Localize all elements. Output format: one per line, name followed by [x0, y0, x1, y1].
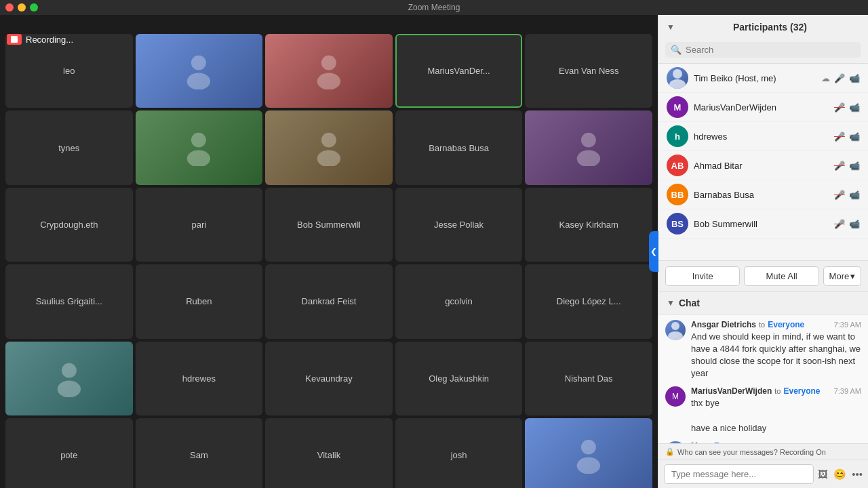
video-icon: 📹: [849, 102, 860, 113]
grid-cell-person4[interactable]: [265, 110, 393, 184]
grid-cell-person2[interactable]: [265, 34, 393, 108]
grid-cell-tynes[interactable]: tynes: [5, 110, 133, 184]
mute-all-button[interactable]: Mute All: [744, 266, 818, 286]
grid-cell-gcolvin[interactable]: gcolvin: [395, 264, 523, 338]
participant-item[interactable]: BSBob Summerwill🎤📹: [658, 209, 868, 239]
participants-list: Tim Beiko (Host, me)☁🎤📹MMariusVanDerWijd…: [658, 64, 868, 260]
svg-point-6: [187, 150, 210, 166]
grid-cell-pote[interactable]: pote: [5, 418, 133, 488]
grid-cell-person3[interactable]: [136, 110, 263, 184]
cell-label-pote: pote: [60, 450, 77, 460]
chat-message-group: Ansgar Dietrichs to Everyone7:39 AMAnd w…: [665, 320, 861, 380]
participant-item[interactable]: Tim Beiko (Host, me)☁🎤📹: [658, 64, 868, 93]
emoji-icon[interactable]: 😊: [833, 468, 846, 481]
grid-cell-dankrad[interactable]: Dankrad Feist: [265, 264, 393, 338]
grid-cell-barnabas[interactable]: Barnabas Busa: [395, 110, 523, 184]
titlebar: Zoom Meeting: [0, 0, 868, 15]
cell-label-leo: leo: [63, 66, 75, 76]
message-sender: MariusVanDerWijden: [691, 386, 772, 396]
grid-cell-bobsummer[interactable]: Bob Summerwill: [265, 188, 393, 262]
mic-icon: 🎤: [834, 131, 845, 142]
grid-cell-jesse[interactable]: Jesse Pollak: [395, 188, 523, 262]
cell-label-sam: Sam: [190, 450, 208, 460]
participant-name: Tim Beiko (Host, me): [694, 73, 816, 83]
mic-icon: 🎤: [834, 219, 845, 229]
video-icon: 📹: [849, 73, 860, 83]
window-title: Zoom Meeting: [408, 3, 460, 12]
more-button[interactable]: More ▾: [823, 266, 861, 286]
participants-title: Participants (32): [680, 22, 860, 33]
grid-cell-vitalik[interactable]: Vitalik: [265, 418, 393, 488]
grid-cell-crypdough[interactable]: Crypdough.eth: [5, 188, 133, 262]
grid-cell-evan[interactable]: Evan Van Ness: [525, 34, 652, 108]
message-time: 7:39 AM: [834, 321, 861, 329]
grid-cell-diegol[interactable]: Diego López L...: [525, 264, 652, 338]
grid-cell-sam[interactable]: Sam: [136, 418, 263, 488]
svg-point-5: [191, 132, 206, 147]
chat-title: Chat: [679, 298, 700, 308]
more-chevron-icon: ▾: [850, 271, 855, 281]
participant-item[interactable]: MMariusVanDerWijden🎤📹: [658, 93, 868, 122]
cell-label-tynes: tynes: [58, 143, 79, 153]
svg-point-3: [321, 56, 336, 70]
grid-cell-hdrewes-vid[interactable]: [5, 342, 133, 415]
grid-cell-oleg[interactable]: Oleg Jakushkin: [395, 342, 523, 415]
search-bar[interactable]: 🔍: [665, 42, 861, 58]
maximize-button[interactable]: [30, 3, 38, 12]
participant-item[interactable]: ABAhmad Bitar🎤📹: [658, 151, 868, 180]
grid-cell-pari[interactable]: pari: [136, 188, 263, 262]
message-content: Ansgar Dietrichs to Everyone7:39 AMAnd w…: [691, 320, 861, 380]
invite-button[interactable]: Invite: [665, 266, 740, 286]
svg-point-15: [673, 69, 682, 79]
lock-icon: 🔒: [665, 447, 675, 456]
svg-point-17: [671, 322, 679, 330]
grid-cell-mariusvander[interactable]: MariusVanDer...: [395, 34, 523, 108]
participant-icons: 🎤📹: [834, 161, 860, 171]
chat-input[interactable]: [664, 464, 814, 484]
grid-cell-leo[interactable]: leo: [5, 34, 133, 108]
grid-cell-saulius[interactable]: Saulius Grigaiti...: [5, 264, 133, 338]
cell-label-jesse: Jesse Pollak: [434, 220, 484, 230]
mic-icon: 🎤: [834, 161, 845, 171]
participants-collapse-icon[interactable]: ▼: [667, 22, 675, 32]
participant-icons: 🎤📹: [834, 102, 860, 113]
grid-cell-kevaundray[interactable]: Kevaundray: [265, 342, 393, 415]
chat-input-icons: 🖼 😊 •••: [818, 468, 863, 481]
more-icon[interactable]: •••: [852, 468, 863, 481]
video-icon: 📹: [849, 190, 860, 200]
message-content: MariusVanDerWijden to Everyone7:39 AMthx…: [691, 386, 861, 434]
grid-cell-josh[interactable]: josh: [395, 418, 523, 488]
cell-label-saulius: Saulius Grigaiti...: [36, 296, 102, 306]
participant-name: MariusVanDerWijden: [694, 102, 829, 113]
message-to-target: Everyone: [768, 320, 804, 329]
grid-cell-person1[interactable]: [136, 34, 263, 108]
participant-item[interactable]: hhdrewes🎤📹: [658, 122, 868, 151]
cell-label-bobsummer: Bob Summerwill: [297, 220, 361, 230]
chat-collapse-icon[interactable]: ▼: [667, 298, 675, 308]
minimize-button[interactable]: [18, 3, 26, 12]
image-icon[interactable]: 🖼: [818, 468, 828, 481]
chat-message-group: MMariusVanDerWijden to Everyone7:39 AMth…: [665, 386, 861, 434]
svg-rect-0: [11, 36, 18, 43]
svg-point-16: [669, 79, 686, 89]
grid-cell-hdrewes[interactable]: hdrewes: [136, 342, 263, 415]
search-input[interactable]: [686, 45, 856, 55]
sidebar-toggle[interactable]: ❮: [649, 231, 658, 272]
svg-point-2: [187, 73, 210, 89]
grid-cell-nishant[interactable]: Nishant Das: [525, 342, 652, 415]
grid-cell-ruben[interactable]: Ruben: [136, 264, 263, 338]
message-sender: Ansgar Dietrichs: [691, 320, 756, 329]
grid-cell-person6[interactable]: [525, 418, 652, 488]
grid-cell-kasey[interactable]: Kasey Kirkham: [525, 188, 652, 262]
participant-name: Barnabas Busa: [694, 190, 829, 200]
svg-point-14: [577, 458, 600, 474]
participants-header-row: ▼ Participants (32): [658, 15, 868, 39]
grid-cell-person5[interactable]: [525, 110, 652, 184]
close-button[interactable]: [5, 3, 14, 12]
recording-label: Recording...: [26, 35, 73, 45]
participant-name: Bob Summerwill: [694, 219, 829, 229]
participant-icons: ☁🎤📹: [821, 73, 860, 83]
cell-label-hdrewes: hdrewes: [182, 373, 216, 384]
participant-item[interactable]: BBBarnabas Busa🎤📹: [658, 180, 868, 209]
cell-label-vitalik: Vitalik: [317, 450, 340, 460]
